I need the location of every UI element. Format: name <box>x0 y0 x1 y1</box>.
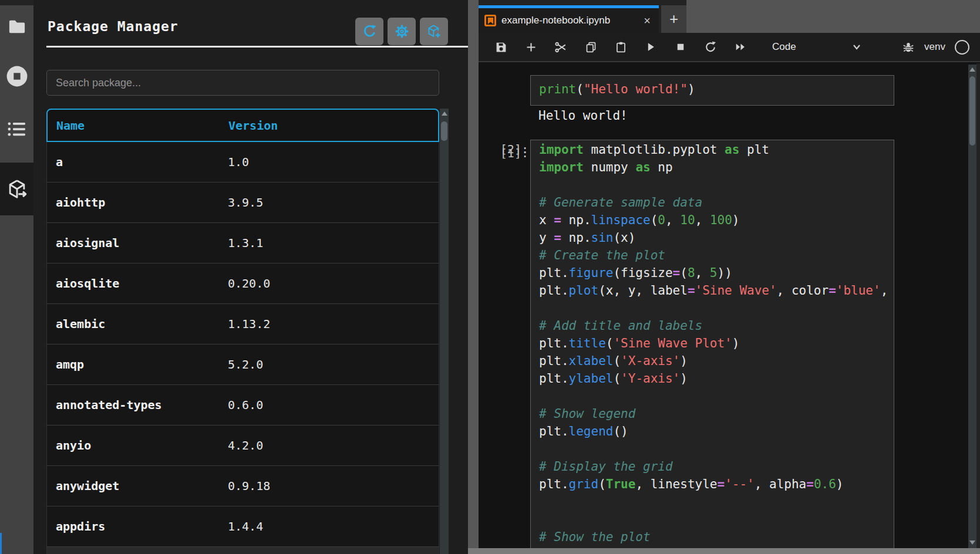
restart-kernel-button[interactable] <box>704 40 717 53</box>
close-tab-icon[interactable]: × <box>644 14 651 28</box>
code-line: x = np.linspace(0, 10, 100) <box>539 213 885 231</box>
package-version: 4.2.0 <box>228 438 263 452</box>
code-line: plt.xlabel('X-axis') <box>539 354 885 371</box>
status-accent-bar <box>0 533 2 554</box>
package-name: aiosqlite <box>56 276 119 290</box>
cut-cells-button[interactable] <box>554 40 567 53</box>
code-cell-input[interactable]: import matplotlib.pyplot as pltimport nu… <box>530 140 894 548</box>
code-line <box>539 495 885 512</box>
code-line: plt.legend() <box>539 424 885 442</box>
notebook-file-icon <box>484 15 496 26</box>
code-line: import numpy as np <box>539 160 885 178</box>
kernel-name[interactable]: venv <box>924 41 945 53</box>
refresh-icon <box>362 23 378 39</box>
package-table-body: a1.0aiohttp3.9.5aiosignal1.3.1aiosqlite0… <box>46 142 439 547</box>
package-version: 5.2.0 <box>228 357 263 371</box>
debugger-bug-icon[interactable] <box>902 40 915 53</box>
list-icon <box>7 121 27 137</box>
partial-table-row <box>46 547 439 554</box>
package-table-header[interactable]: Name Version <box>46 109 439 142</box>
settings-gear-icon <box>394 23 410 39</box>
package-name: aiosignal <box>56 236 119 250</box>
tab-bar: example-notebook.ipynb × + <box>479 0 980 33</box>
paste-cells-button[interactable] <box>614 40 627 53</box>
scroll-up-arrow-icon[interactable] <box>442 112 447 116</box>
chevron-down-icon <box>852 43 861 50</box>
column-header-version[interactable]: Version <box>228 119 278 133</box>
table-row[interactable]: appdirs1.4.4 <box>46 506 439 547</box>
scroll-up-arrow-icon[interactable] <box>969 67 975 72</box>
code-cell-input[interactable]: print("Hello world!") <box>530 75 894 106</box>
table-row[interactable]: aiosignal1.3.1 <box>46 223 439 264</box>
cell-type-value: Code <box>772 41 796 53</box>
code-line: plt.grid(True, linestyle='--', alpha=0.6… <box>539 477 885 495</box>
package-name: appdirs <box>56 519 105 533</box>
restart-run-all-button[interactable] <box>734 40 747 53</box>
notebook-scrollbar[interactable] <box>968 65 976 548</box>
insert-cell-button[interactable] <box>524 40 537 53</box>
package-name: anyio <box>56 438 91 452</box>
code-line: print("Hello world!") <box>531 76 894 103</box>
sidebar-item-package-manager[interactable] <box>0 167 33 211</box>
install-package-button[interactable] <box>420 18 448 45</box>
scrollbar-thumb[interactable] <box>441 121 447 141</box>
code-line <box>539 442 885 460</box>
package-version: 1.0 <box>228 155 249 169</box>
code-line <box>539 301 885 319</box>
code-line: plt.plot(x, y, label='Sine Wave', color=… <box>539 283 885 301</box>
package-version: 0.9.18 <box>228 479 270 493</box>
package-version: 1.13.2 <box>228 317 270 331</box>
code-line: plt.title('Sine Wave Plot') <box>539 336 885 354</box>
table-row[interactable]: anyio4.2.0 <box>46 425 439 466</box>
code-line: # Show legend <box>539 407 885 424</box>
scroll-down-arrow-icon[interactable] <box>969 541 975 545</box>
panel-splitter[interactable] <box>468 0 479 554</box>
package-export-icon <box>6 178 28 200</box>
code-line <box>539 178 885 195</box>
notebook-right-edge <box>976 63 980 548</box>
notebook-area: example-notebook.ipynb × + <box>479 0 980 554</box>
cell-output: Hello world! <box>538 107 628 124</box>
notebook-cells-area: [1]: print("Hello world!") Hello world! … <box>479 63 968 548</box>
sidebar-item-running-kernels[interactable] <box>0 55 33 98</box>
refresh-packages-button[interactable] <box>355 18 383 45</box>
scrollbar-thumb[interactable] <box>969 76 975 146</box>
code-line <box>539 512 885 530</box>
stop-circle-icon <box>6 65 28 87</box>
copy-cells-button[interactable] <box>584 40 597 53</box>
interrupt-kernel-button[interactable] <box>674 40 687 53</box>
bottom-strip <box>468 548 980 554</box>
table-row[interactable]: aiohttp3.9.5 <box>46 183 439 223</box>
tab-example-notebook[interactable]: example-notebook.ipynb × <box>479 5 659 33</box>
tab-title: example-notebook.ipynb <box>501 15 610 26</box>
package-version: 0.20.0 <box>228 276 270 290</box>
code-line: plt.figure(figsize=(8, 5)) <box>539 266 885 283</box>
search-input[interactable] <box>46 70 439 96</box>
code-line: # Add title and labels <box>539 319 885 336</box>
package-table-scrollbar[interactable] <box>440 109 449 554</box>
table-row[interactable]: alembic1.13.2 <box>46 304 439 344</box>
cell-type-dropdown[interactable]: Code <box>772 41 861 53</box>
run-cell-button[interactable] <box>644 40 657 53</box>
table-row[interactable]: anywidget0.9.18 <box>46 466 439 506</box>
table-row[interactable]: annotated-types0.6.0 <box>46 385 439 425</box>
package-name: alembic <box>56 317 105 331</box>
table-row[interactable]: aiosqlite0.20.0 <box>46 264 439 304</box>
table-row[interactable]: amqp5.2.0 <box>46 344 439 385</box>
activity-sidebar <box>0 0 33 554</box>
package-settings-button[interactable] <box>388 18 416 45</box>
kernel-status-indicator[interactable] <box>955 40 969 55</box>
sidebar-item-table-of-contents[interactable] <box>0 107 33 151</box>
save-button[interactable] <box>494 40 507 53</box>
new-tab-button[interactable]: + <box>661 5 686 33</box>
toolbar-right-group: venv <box>902 40 969 55</box>
table-row[interactable]: a1.0 <box>46 142 439 183</box>
cell-prompt: [2]: <box>496 142 528 156</box>
package-manager-toolbar <box>355 18 448 45</box>
package-name: aiohttp <box>56 195 105 210</box>
page-title: Package Manager <box>48 19 179 34</box>
column-header-name[interactable]: Name <box>56 119 85 133</box>
install-package-icon <box>426 23 442 39</box>
code-line: # Show the plot <box>539 530 885 548</box>
sidebar-item-file-browser[interactable] <box>0 5 33 49</box>
